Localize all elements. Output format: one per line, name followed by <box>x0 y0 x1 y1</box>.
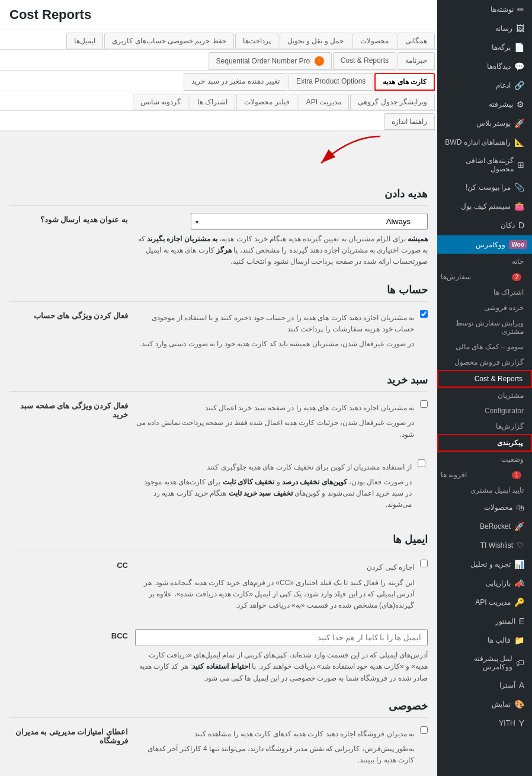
section-sabd-kharid: سبد خرید <box>9 368 428 392</box>
sidebar-item-dokan[interactable]: D دکان <box>437 216 532 235</box>
tab-پرداخت[interactable]: پرداخت‌ها <box>235 33 278 49</box>
plugins-badge: 1 <box>512 471 521 479</box>
sidebar-item-label: بازاریابی <box>486 579 511 587</box>
bcc-input[interactable] <box>135 629 428 646</box>
tab-گردونه[interactable]: گردونه شانس <box>133 94 188 110</box>
sidebar-item-label: المنتور <box>495 617 515 625</box>
always-select-wrapper: Always Optional Never ▾ <box>191 213 428 230</box>
sidebar-item-label: راهنماهای اندازه BWD <box>445 138 511 146</box>
never-strong: هرگز <box>216 246 232 254</box>
tab-کارت-هدیه[interactable]: کارت های هدیه <box>374 73 435 91</box>
tab-تغییر-دهنده[interactable]: تغییر دهنده متغیر در سبد خرید <box>184 73 287 91</box>
sidebar-item-media[interactable]: 🖼 رسانه <box>437 19 532 38</box>
cc-checkbox-row: اجازه کپی کردن این گزینه را فعال کنید تا… <box>135 558 428 611</box>
sidebar-item-attach[interactable]: 📎 مرا پیوست کن! <box>437 178 532 197</box>
sidebar-item-label: BeRocket <box>480 522 511 531</box>
sidebar-item-wallet[interactable]: 👛 سیستم کیف پول <box>437 197 532 216</box>
sidebar-sub-subscriptions[interactable]: اشتراک ها <box>437 285 532 300</box>
sidebar-item-label: لیبل پیشرفته ووکامرس <box>443 654 512 671</box>
page-title: Cost Reports <box>9 7 91 23</box>
tabs-bar: همگانی محصولات حمل و نقل و تحویل پرداخت‌… <box>0 30 437 50</box>
sidebar-sub-email-verify[interactable]: تایید ایمیل مشتری <box>437 483 532 498</box>
sidebar-item-analytics[interactable]: 📊 تجزیه و تحلیل <box>437 555 532 574</box>
tab-اشتراک‌ها[interactable]: اشتراک ها <box>190 94 235 110</box>
sidebar-item-templates[interactable]: 📁 قالب ها <box>437 631 532 650</box>
sidebar-item-label: مدیریت API <box>475 598 511 606</box>
coupon-desc: در صورت فعال بودن، کوپن‌های تخفیف درصد و… <box>136 477 412 511</box>
admin-checkbox[interactable] <box>420 726 428 734</box>
sidebar-sub-pikarbandi[interactable]: پیکربندی <box>437 434 532 452</box>
sidebar-item-size-guide[interactable]: 📐 راهنماهای اندازه BWD <box>437 133 532 152</box>
sidebar-item-label-advanced[interactable]: 🏷 لیبل پیشرفته ووکامرس <box>437 650 532 676</box>
account-checkbox[interactable] <box>420 310 428 318</box>
tab-cost-reports[interactable]: Cost & Reports <box>333 52 396 70</box>
sidebar-sub-cost-reports[interactable]: Cost & Reports <box>437 370 532 388</box>
sidebar-sub-sales-report[interactable]: گزارش فروش محصول <box>437 355 532 370</box>
tab-مدیریت-api[interactable]: مدیریت API <box>299 94 350 110</box>
sidebar-item-display[interactable]: 🎨 نمایش <box>437 695 532 714</box>
sidebar-sub-plugins[interactable]: 1 افزونه ها <box>437 467 532 483</box>
sidebar-item-merge[interactable]: 🔗 ادغام <box>437 76 532 95</box>
sidebar-item-label: TI Wishlist <box>480 541 513 550</box>
tab-همگانی[interactable]: همگانی <box>398 33 435 49</box>
sidebar-item-pages[interactable]: 📄 برگه‌ها <box>437 38 532 57</box>
orders-badge: 2 <box>512 273 521 281</box>
sidebar-woocommerce[interactable]: Woo ووکامرس <box>437 235 532 254</box>
send-gift-control: Always Optional Never ▾ همیشه برای الزام… <box>135 213 428 268</box>
tab-حفظ[interactable]: حفظ حریم خصوصی حساب‌های کاربری <box>104 33 233 49</box>
sidebar-sub-configurator[interactable]: Configurator <box>437 403 532 419</box>
sidebar-sub-status[interactable]: وضعیت <box>437 452 532 467</box>
analytics-icon: 📊 <box>514 560 524 569</box>
coupon-checkbox[interactable] <box>418 459 425 467</box>
sidebar-item-marketing[interactable]: 📣 بازاریابی <box>437 574 532 593</box>
tab-فیلتر[interactable]: فیلتر محصولات <box>236 94 297 110</box>
sidebar-item-label: نمایش <box>492 700 511 708</box>
comments-icon: 💬 <box>514 62 524 71</box>
sidebar-item-label: ادغام <box>496 81 511 90</box>
sidebar-item-label: گزینه‌های اضافی محصول <box>443 157 514 173</box>
cart-checkbox-1[interactable] <box>420 400 428 408</box>
tabs-bar-5: راهنما اندازه <box>0 111 437 130</box>
tab-حمل[interactable]: حمل و نقل و تحویل <box>280 33 351 49</box>
tab-محصولات[interactable]: محصولات <box>352 33 396 49</box>
always-select[interactable]: Always Optional Never <box>191 213 428 230</box>
sidebar-item-yith[interactable]: Y YITH <box>437 714 532 733</box>
admin-control: به مدیران فروشگاه اجازه دهید کارت هدیه ک… <box>135 725 428 775</box>
sidebar-sub-edit-order[interactable]: ویرایش سفارش توسط مشتری <box>437 315 532 339</box>
tab-ایمیل‌ها[interactable]: ایمیل‌ها <box>66 33 103 49</box>
sidebar-item-booster[interactable]: 🚀 بوستر پلاس <box>437 114 532 133</box>
sidebar-item-astra[interactable]: A آسترا <box>437 676 532 695</box>
account-checkbox-area: به مشتریان اجازه دهید کارت های هدیه را د… <box>135 309 414 350</box>
sidebar-item-wishlist[interactable]: ♡ TI Wishlist <box>437 536 532 555</box>
tabs-bar-3: کارت های هدیه Extra Product Options تغیی… <box>0 71 437 91</box>
tab-ویرایشگر[interactable]: ویرایشگر جدول گروهی <box>350 94 435 110</box>
sidebar-item-comments[interactable]: 💬 دیدگاه‌ها <box>437 57 532 76</box>
berocket-icon: 🚀 <box>514 522 524 531</box>
tab-خبرنامه[interactable]: خبرنامه <box>398 52 435 70</box>
sidebar-sub-home[interactable]: خانه <box>437 254 532 269</box>
sidebar-sub-orders[interactable]: 2 سفارش‌ها <box>437 269 532 285</box>
sidebar-item-berocket[interactable]: 🚀 BeRocket <box>437 517 532 536</box>
send-gift-label: به عنوان هدیه ارسال شود؟ <box>9 213 128 224</box>
sidebar-item-products[interactable]: 🛍 محصولات <box>437 498 532 517</box>
sidebar-item-label: بوستر پلاس <box>476 119 511 127</box>
sidebar-top-section: ✏ نوشته‌ها 🖼 رسانه 📄 برگه‌ها 💬 دیدگاه‌ها… <box>437 0 532 235</box>
sidebar-sub-retail[interactable]: خرده فروشی <box>437 300 532 315</box>
page-title-bar: Cost Reports <box>0 0 437 30</box>
tab-sequential[interactable]: ! Sequential Order Number Pro <box>209 52 332 70</box>
sidebar-sub-reports[interactable]: گزارش‌ها <box>437 419 532 434</box>
sidebar-item-posts[interactable]: ✏ نوشته‌ها <box>437 0 532 19</box>
percent-discount-strong: کوپن‌های تخفیف درصد <box>282 478 347 486</box>
tab-راهنما[interactable]: راهنما اندازه <box>384 113 435 130</box>
sidebar-item-advanced[interactable]: ⚙ پیشرفته <box>437 95 532 114</box>
tab-extra-product[interactable]: Extra Product Options <box>289 73 373 91</box>
sidebar-item-extra-options[interactable]: ⊞ گزینه‌های اضافی محصول <box>437 152 532 178</box>
cc-checkbox[interactable] <box>420 560 428 567</box>
sidebar-item-api[interactable]: 🔑 مدیریت API <box>437 593 532 612</box>
api-icon: 🔑 <box>514 598 524 607</box>
bcc-desc: آدرس‌های ایمیلی که در این قسمت وارد شده‌… <box>135 650 428 684</box>
sidebar-sub-sumo[interactable]: سومو – کمک های مالی <box>437 339 532 355</box>
sidebar-sub-customers[interactable]: مشتریان <box>437 388 532 403</box>
sidebar-item-elementor[interactable]: E المنتور <box>437 612 532 631</box>
always-strong: همیشه <box>408 235 428 243</box>
